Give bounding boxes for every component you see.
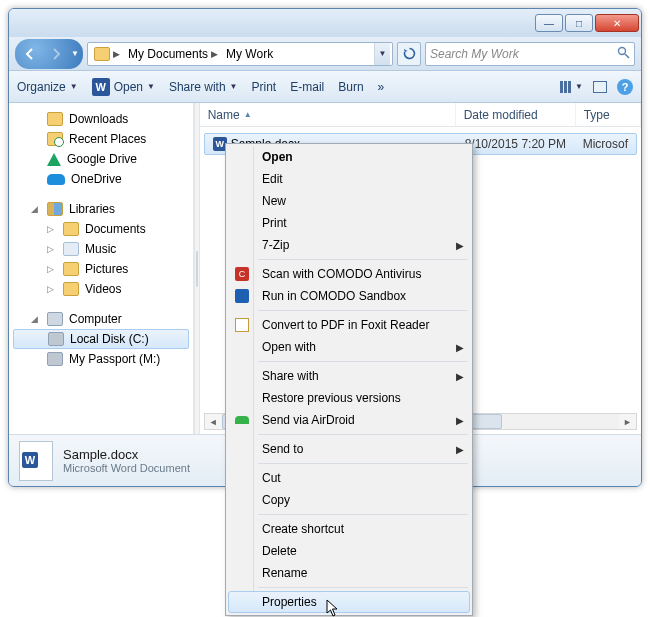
tree-music[interactable]: ▷Music — [9, 239, 193, 259]
nav-row: ▼ ▶ My Documents▶ My Work ▼ Search My Wo… — [9, 37, 641, 71]
disk-icon — [47, 352, 63, 366]
column-name[interactable]: Name▲ — [200, 103, 456, 126]
menu-foxit[interactable]: Convert to PDF in Foxit Reader — [228, 314, 470, 336]
print-button[interactable]: Print — [252, 80, 277, 94]
navigation-pane: Downloads Recent Places Google Drive One… — [9, 103, 194, 434]
forward-button[interactable] — [43, 41, 69, 67]
music-icon — [63, 242, 79, 256]
tree-pictures[interactable]: ▷Pictures — [9, 259, 193, 279]
command-bar: Organize▼ WOpen▼ Share with▼ Print E-mai… — [9, 71, 641, 103]
menu-open-with[interactable]: Open with▶ — [228, 336, 470, 358]
disclosure-icon[interactable]: ▷ — [47, 264, 57, 274]
menu-edit[interactable]: Edit — [228, 168, 470, 190]
airdroid-icon — [235, 416, 249, 424]
organize-menu[interactable]: Organize▼ — [17, 80, 78, 94]
google-drive-icon — [47, 153, 61, 166]
pictures-icon — [63, 262, 79, 276]
menu-7zip[interactable]: 7-Zip▶ — [228, 234, 470, 256]
menu-delete[interactable]: Delete — [228, 540, 470, 562]
minimize-button[interactable]: ― — [535, 14, 563, 32]
folder-icon — [47, 112, 63, 126]
search-input[interactable]: Search My Work — [425, 42, 635, 66]
scroll-right-button[interactable]: ► — [619, 414, 636, 429]
menu-rename[interactable]: Rename — [228, 562, 470, 584]
close-button[interactable]: ✕ — [595, 14, 639, 32]
disclosure-icon[interactable]: ◢ — [31, 204, 41, 214]
tree-local-disk[interactable]: Local Disk (C:) — [13, 329, 189, 349]
email-button[interactable]: E-mail — [290, 80, 324, 94]
menu-airdroid[interactable]: Send via AirDroid▶ — [228, 409, 470, 431]
column-headers: Name▲ Date modified Type — [200, 103, 641, 127]
word-icon: W — [92, 78, 110, 96]
tree-videos[interactable]: ▷Videos — [9, 279, 193, 299]
details-filename: Sample.docx — [63, 447, 190, 462]
folder-icon — [94, 47, 110, 61]
tree-onedrive[interactable]: OneDrive — [9, 169, 193, 189]
disclosure-icon[interactable]: ◢ — [31, 314, 41, 324]
back-button[interactable] — [17, 41, 43, 67]
tree-my-passport[interactable]: My Passport (M:) — [9, 349, 193, 369]
menu-new[interactable]: New — [228, 190, 470, 212]
documents-icon — [63, 222, 79, 236]
titlebar: ― □ ✕ — [9, 9, 641, 37]
comodo-sandbox-icon — [235, 289, 249, 303]
tree-libraries[interactable]: ◢Libraries — [9, 199, 193, 219]
word-document-icon — [19, 441, 53, 481]
svg-point-0 — [619, 47, 626, 54]
column-date[interactable]: Date modified — [456, 103, 576, 126]
menu-run-sandbox[interactable]: Run in COMODO Sandbox — [228, 285, 470, 307]
help-button[interactable]: ? — [617, 79, 633, 95]
menu-scan-comodo[interactable]: CScan with COMODO Antivirus — [228, 263, 470, 285]
search-placeholder: Search My Work — [430, 47, 519, 61]
address-dropdown[interactable]: ▼ — [374, 43, 390, 65]
menu-restore-versions[interactable]: Restore previous versions — [228, 387, 470, 409]
videos-icon — [63, 282, 79, 296]
svg-line-1 — [625, 54, 629, 58]
tree-computer[interactable]: ◢Computer — [9, 309, 193, 329]
file-type: Microsof — [583, 137, 628, 151]
submenu-arrow-icon: ▶ — [456, 415, 464, 426]
menu-send-to[interactable]: Send to▶ — [228, 438, 470, 460]
comodo-icon: C — [235, 267, 249, 281]
menu-print[interactable]: Print — [228, 212, 470, 234]
details-filetype: Microsoft Word Document — [63, 462, 190, 474]
submenu-arrow-icon: ▶ — [456, 240, 464, 251]
nav-back-forward: ▼ — [15, 39, 83, 69]
disk-icon — [48, 332, 64, 346]
search-icon — [617, 46, 630, 62]
refresh-button[interactable] — [397, 42, 421, 66]
menu-create-shortcut[interactable]: Create shortcut — [228, 518, 470, 540]
breadcrumb-segment[interactable]: My Documents — [128, 47, 208, 61]
disclosure-icon[interactable]: ▷ — [47, 244, 57, 254]
submenu-arrow-icon: ▶ — [456, 371, 464, 382]
open-menu[interactable]: WOpen▼ — [92, 78, 155, 96]
share-menu[interactable]: Share with▼ — [169, 80, 238, 94]
disclosure-icon[interactable]: ▷ — [47, 224, 57, 234]
address-bar[interactable]: ▶ My Documents▶ My Work ▼ — [87, 42, 393, 66]
menu-cut[interactable]: Cut — [228, 467, 470, 489]
submenu-arrow-icon: ▶ — [456, 342, 464, 353]
file-date: 8/10/2015 7:20 PM — [465, 137, 566, 151]
menu-properties[interactable]: Properties — [228, 591, 470, 613]
column-type[interactable]: Type — [576, 103, 641, 126]
foxit-icon — [235, 318, 249, 332]
disclosure-icon[interactable]: ▷ — [47, 284, 57, 294]
libraries-icon — [47, 202, 63, 216]
tree-downloads[interactable]: Downloads — [9, 109, 193, 129]
scroll-left-button[interactable]: ◄ — [205, 414, 222, 429]
preview-pane-toggle[interactable] — [593, 81, 607, 93]
menu-open[interactable]: Open — [228, 146, 470, 168]
tree-google-drive[interactable]: Google Drive — [9, 149, 193, 169]
maximize-button[interactable]: □ — [565, 14, 593, 32]
onedrive-icon — [47, 174, 65, 185]
tree-recent-places[interactable]: Recent Places — [9, 129, 193, 149]
menu-copy[interactable]: Copy — [228, 489, 470, 511]
recent-places-icon — [47, 132, 63, 146]
view-options[interactable]: ▼ — [560, 81, 583, 93]
tree-documents[interactable]: ▷Documents — [9, 219, 193, 239]
burn-button[interactable]: Burn — [338, 80, 363, 94]
nav-history-dropdown[interactable]: ▼ — [69, 49, 81, 58]
menu-share-with[interactable]: Share with▶ — [228, 365, 470, 387]
breadcrumb-segment[interactable]: My Work — [226, 47, 273, 61]
overflow-menu[interactable]: » — [378, 80, 386, 94]
